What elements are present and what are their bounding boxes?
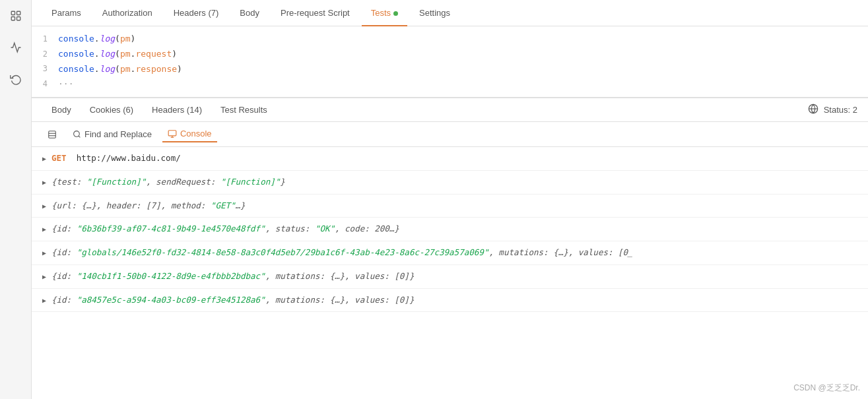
main-content: Params Authorization Headers (7) Body Pr… xyxy=(32,0,868,399)
response-tab-bar: Body Cookies (6) Headers (14) Test Resul… xyxy=(32,98,868,122)
tab-response-headers[interactable]: Headers (14) xyxy=(143,98,211,121)
history-icon[interactable] xyxy=(5,69,26,90)
request-section: Params Authorization Headers (7) Body Pr… xyxy=(32,0,868,98)
expand-arrow-4[interactable]: ▶ xyxy=(42,224,46,234)
tab-response-body[interactable]: Body xyxy=(42,98,81,121)
console-entry-4[interactable]: ▶ {id: "6b36bf39-af07-4c81-9b49-1e4570e4… xyxy=(32,218,868,241)
active-dot xyxy=(393,11,398,16)
tab-tests[interactable]: Tests xyxy=(362,0,407,26)
code-editor[interactable]: 1 console.log(pm) 2 console.log(pm.reque… xyxy=(32,26,868,97)
globe-icon xyxy=(808,104,818,116)
response-section: Body Cookies (6) Headers (14) Test Resul… xyxy=(32,98,868,399)
code-line-3: 3 console.log(pm.response) xyxy=(32,62,868,77)
response-status-bar: Status: 2 xyxy=(808,104,857,116)
tab-headers[interactable]: Headers (7) xyxy=(164,0,228,26)
panel-toggle-btn[interactable] xyxy=(42,127,62,142)
expand-arrow-6[interactable]: ▶ xyxy=(42,272,46,282)
expand-arrow-3[interactable]: ▶ xyxy=(42,201,46,211)
svg-point-9 xyxy=(74,131,80,137)
console-entry-7[interactable]: ▶ {id: "a8457e5c-a594-4a03-bc09-eff3e451… xyxy=(32,289,868,313)
sidebar xyxy=(0,0,32,399)
watermark: CSDN @乏乏乏Dr. xyxy=(793,383,860,394)
tab-authorization[interactable]: Authorization xyxy=(93,0,162,26)
expand-arrow-1[interactable]: ▶ xyxy=(42,154,46,164)
tab-pre-request[interactable]: Pre-request Script xyxy=(271,0,359,26)
console-entry-3[interactable]: ▶ {url: {…}, header: [7], method: "GET"…… xyxy=(32,195,868,218)
response-status: Status: 2 xyxy=(824,105,857,115)
bottom-panel: Find and Replace Console xyxy=(32,122,868,399)
chart-icon[interactable] xyxy=(5,37,26,58)
expand-arrow-2[interactable]: ▶ xyxy=(42,177,46,187)
bottom-toolbar: Find and Replace Console xyxy=(32,122,868,147)
console-icon xyxy=(168,129,177,138)
tab-response-cookies[interactable]: Cookies (6) xyxy=(81,98,143,121)
search-icon xyxy=(73,130,81,138)
console-btn[interactable]: Console xyxy=(162,126,217,142)
console-entry-6[interactable]: ▶ {id: "140cb1f1-50b0-4122-8d9e-e4fbbb2b… xyxy=(32,265,868,289)
code-line-1: 1 console.log(pm) xyxy=(32,32,868,47)
svg-rect-11 xyxy=(168,130,176,135)
console-entry-2[interactable]: ▶ {test: "[Function]", sendRequest: "[Fu… xyxy=(32,171,868,195)
console-text-1: GET http://www.baidu.com/ xyxy=(51,152,857,165)
console-entry-1[interactable]: ▶ GET http://www.baidu.com/ xyxy=(32,147,868,171)
tab-params[interactable]: Params xyxy=(42,0,90,26)
code-line-2: 2 console.log(pm.request) xyxy=(32,47,868,62)
code-line-fade: 4 ··· xyxy=(32,77,868,92)
expand-arrow-7[interactable]: ▶ xyxy=(42,295,46,305)
request-tab-bar: Params Authorization Headers (7) Body Pr… xyxy=(32,0,868,26)
collection-icon[interactable] xyxy=(5,5,26,26)
layout-icon xyxy=(48,130,57,139)
find-replace-btn[interactable]: Find and Replace xyxy=(67,127,157,142)
svg-rect-1 xyxy=(17,11,20,15)
svg-rect-6 xyxy=(49,131,56,138)
tab-test-results[interactable]: Test Results xyxy=(211,98,277,121)
svg-rect-2 xyxy=(11,17,15,20)
svg-rect-0 xyxy=(11,11,15,15)
svg-line-10 xyxy=(79,136,80,137)
expand-arrow-5[interactable]: ▶ xyxy=(42,248,46,258)
svg-rect-3 xyxy=(17,17,20,20)
tab-settings[interactable]: Settings xyxy=(410,0,459,26)
console-output[interactable]: ▶ GET http://www.baidu.com/ ▶ {test: "[F… xyxy=(32,147,868,399)
console-entry-5[interactable]: ▶ {id: "globals/146e52f0-fd32-4814-8e58-… xyxy=(32,241,868,265)
tab-body[interactable]: Body xyxy=(230,0,269,26)
